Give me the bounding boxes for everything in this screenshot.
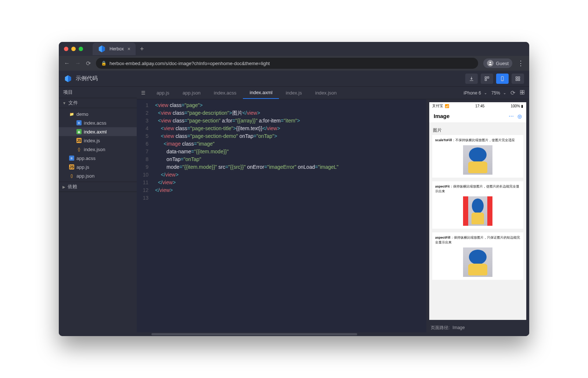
- svg-rect-9: [518, 79, 520, 81]
- svg-rect-3: [485, 79, 487, 81]
- browser-tab[interactable]: Herbox ×: [93, 43, 136, 55]
- app-header: 示例代码: [59, 71, 529, 87]
- herbox-icon: [98, 45, 106, 53]
- close-tab-icon[interactable]: ×: [128, 46, 130, 52]
- file-app-acss[interactable]: ≡app.acss: [59, 154, 137, 163]
- window-controls: [64, 47, 83, 51]
- image-card-aspectfit: aspectFit：保持纵横比缩放图片，使图片的长边能完全显示出来: [432, 181, 523, 229]
- file-index-json[interactable]: {}index.json: [59, 145, 137, 154]
- tab-index-acss[interactable]: index.acss: [207, 87, 243, 99]
- card-label: scaleToFill：不保持纵横比缩放图片，使图片完全适应: [435, 138, 520, 143]
- sidebar: 项目 ▼文件 📁demo ≡index.acss ◈index.axml JSi…: [59, 87, 137, 336]
- profile-label: Guest: [496, 61, 509, 66]
- zoom-selector[interactable]: 75%⌄: [491, 90, 506, 96]
- card-label: aspectFill：保持纵横比缩放图片，只保证图片的短边能完全显示出来: [435, 235, 520, 245]
- grid-view-button[interactable]: [512, 74, 524, 84]
- acss-file-icon: ≡: [76, 120, 82, 125]
- avatar-icon: [487, 60, 494, 67]
- browser-window: Herbox × + ← → ⟳ 🔒 herbox-embed.alipay.c…: [59, 42, 529, 336]
- tab-app-json[interactable]: app.json: [176, 87, 207, 99]
- time-label: 17:45: [475, 104, 484, 108]
- code-content: <view class="page"> <view class="page-de…: [152, 99, 426, 332]
- carrier-label: 支付宝: [432, 103, 443, 108]
- image-card-aspectfill: aspectFill：保持纵横比缩放图片，只保证图片的短边能完全显示出来: [432, 232, 523, 280]
- battery-label: 100%: [511, 104, 520, 108]
- new-tab-button[interactable]: +: [136, 45, 148, 53]
- file-tree: 📁demo ≡index.acss ◈index.axml JSindex.js…: [59, 108, 137, 182]
- file-index-js[interactable]: JSindex.js: [59, 136, 137, 145]
- browser-menu-button[interactable]: ⋮: [517, 59, 524, 67]
- url-input[interactable]: 🔒 herbox-embed.alipay.com/s/doc-image?ch…: [96, 58, 478, 69]
- chevron-down-icon: ⌄: [503, 91, 506, 95]
- battery-icon: ▮: [520, 104, 523, 108]
- file-index-axml[interactable]: ◈index.axml: [59, 127, 137, 136]
- tab-index-json[interactable]: index.json: [309, 87, 344, 99]
- code-editor[interactable]: 12345678910111213 <view class="page"> <v…: [137, 99, 426, 332]
- svg-point-0: [490, 62, 491, 63]
- files-section-header[interactable]: ▼文件: [59, 98, 137, 108]
- svg-rect-13: [523, 92, 524, 94]
- svg-rect-11: [523, 90, 524, 92]
- profile-button[interactable]: Guest: [483, 58, 512, 68]
- acss-file-icon: ≡: [69, 156, 74, 161]
- maximize-window-button[interactable]: [79, 47, 83, 51]
- forward-button[interactable]: →: [75, 60, 81, 67]
- editor-column: ☰ app.js app.json index.acss index.axml …: [137, 87, 529, 336]
- preview-image: [463, 196, 492, 226]
- phone-body[interactable]: 图片 scaleToFill：不保持纵横比缩放图片，使图片完全适应 aspect…: [429, 123, 526, 320]
- target-icon[interactable]: ◎: [517, 113, 522, 119]
- chevron-down-icon: ▼: [62, 101, 66, 105]
- svg-rect-2: [487, 76, 489, 78]
- tab-app-js[interactable]: app.js: [150, 87, 176, 99]
- browser-tab-title: Herbox: [110, 46, 124, 51]
- file-app-js[interactable]: JSapp.js: [59, 163, 137, 171]
- page-path-bar: 页面路径: Image: [426, 323, 529, 332]
- file-app-json[interactable]: {}app.json: [59, 171, 137, 180]
- lock-icon: 🔒: [101, 61, 107, 66]
- titlebar: Herbox × +: [59, 42, 529, 56]
- section-label: 图片: [432, 126, 523, 135]
- menu-icon[interactable]: ☰: [137, 87, 150, 99]
- browser-tabs: Herbox × +: [93, 43, 147, 55]
- refresh-button[interactable]: ⟳: [510, 89, 515, 96]
- file-index-acss[interactable]: ≡index.acss: [59, 118, 137, 127]
- deps-section-header[interactable]: ▶依赖: [59, 182, 137, 192]
- folder-icon: 📁: [69, 111, 74, 117]
- card-label: aspectFit：保持纵横比缩放图片，使图片的长边能完全显示出来: [435, 184, 520, 194]
- folder-demo[interactable]: 📁demo: [59, 110, 137, 118]
- app-logo-icon: [64, 75, 72, 83]
- page-title: Image: [434, 113, 449, 119]
- layout-button[interactable]: [520, 90, 525, 96]
- horizontal-scrollbar[interactable]: [137, 332, 529, 336]
- wifi-icon: 📶: [445, 104, 449, 108]
- js-file-icon: JS: [69, 164, 74, 170]
- qrcode-button[interactable]: [481, 74, 493, 84]
- scrollbar-thumb[interactable]: [151, 333, 357, 335]
- path-value: Image: [452, 325, 465, 330]
- back-button[interactable]: ←: [64, 60, 70, 67]
- chevron-down-icon: ⌄: [484, 91, 487, 95]
- phone-simulator: 支付宝📶 17:45 100% ▮ Image ⋯ ◎ 图: [429, 102, 526, 320]
- svg-rect-12: [520, 92, 522, 94]
- reload-button[interactable]: ⟳: [86, 60, 91, 67]
- download-button[interactable]: [465, 74, 478, 84]
- chevron-right-icon: ▶: [62, 185, 65, 189]
- phone-status-bar: 支付宝📶 17:45 100% ▮: [429, 102, 526, 110]
- json-file-icon: {}: [76, 147, 82, 152]
- minimize-window-button[interactable]: [71, 47, 76, 51]
- device-selector[interactable]: iPhone 6⌄: [464, 90, 487, 96]
- path-label: 页面路径:: [431, 325, 449, 331]
- url-text: herbox-embed.alipay.com/s/doc-image?chIn…: [110, 61, 270, 66]
- close-window-button[interactable]: [64, 47, 68, 51]
- js-file-icon: JS: [76, 138, 82, 143]
- svg-rect-1: [485, 76, 487, 78]
- preview-image: [463, 247, 492, 277]
- svg-rect-8: [516, 79, 517, 81]
- svg-rect-10: [520, 90, 522, 92]
- app-title: 示例代码: [76, 75, 98, 82]
- more-icon[interactable]: ⋯: [509, 113, 514, 119]
- phone-preview-button[interactable]: [496, 74, 509, 84]
- json-file-icon: {}: [69, 173, 74, 178]
- tab-index-js[interactable]: index.js: [279, 87, 308, 99]
- tab-index-axml[interactable]: index.axml: [243, 87, 279, 99]
